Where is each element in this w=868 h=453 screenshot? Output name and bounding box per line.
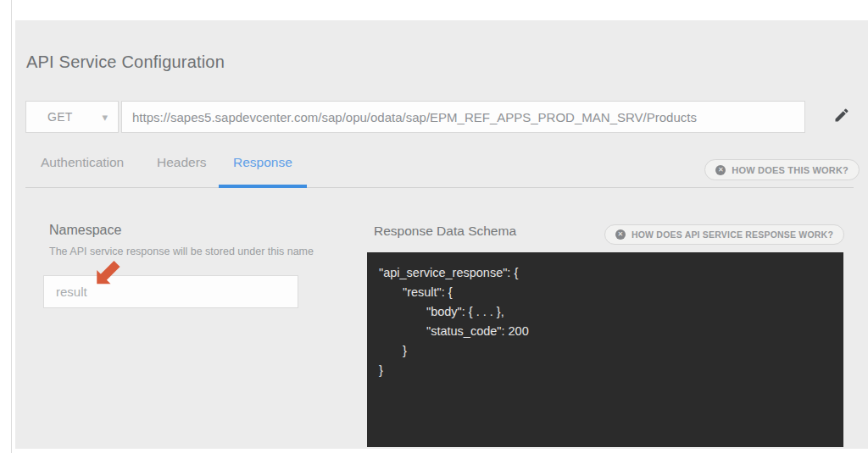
code-line: "body": { . . . }, bbox=[426, 302, 832, 322]
tab-headers[interactable]: Headers bbox=[157, 155, 207, 170]
tab-bar-divider bbox=[25, 187, 854, 188]
namespace-title: Namespace bbox=[49, 223, 121, 238]
circle-x-icon: ✕ bbox=[715, 165, 726, 175]
how-does-this-work-button[interactable]: ✕ HOW DOES THIS WORK? bbox=[704, 159, 860, 180]
circle-x-icon: ✕ bbox=[615, 229, 626, 240]
how-does-api-response-work-button[interactable]: ✕ HOW DOES API SERVICE RESPONSE WORK? bbox=[604, 224, 844, 245]
code-line: } bbox=[379, 361, 832, 380]
code-line: "result": { bbox=[403, 283, 832, 302]
api-config-panel: API Service Configuration GET ▾ Authenti… bbox=[15, 20, 868, 449]
page-title: API Service Configuration bbox=[26, 52, 225, 72]
http-method-select[interactable]: GET ▾ bbox=[25, 101, 119, 133]
chevron-down-icon: ▾ bbox=[102, 112, 108, 123]
active-tab-indicator bbox=[219, 185, 307, 188]
code-line: "api_service_response": { bbox=[379, 263, 832, 283]
code-line: } bbox=[403, 341, 832, 361]
code-line: "status_code": 200 bbox=[426, 322, 832, 341]
http-method-value: GET bbox=[47, 110, 73, 124]
tab-response[interactable]: Response bbox=[233, 155, 292, 170]
left-edge-divider bbox=[11, 0, 12, 453]
namespace-description: The API service response will be stored … bbox=[49, 246, 314, 257]
schema-code-block: "api_service_response": { "result": { "b… bbox=[367, 252, 843, 447]
help-button-label: HOW DOES API SERVICE RESPONSE WORK? bbox=[632, 229, 833, 240]
namespace-input[interactable] bbox=[43, 275, 298, 308]
url-input[interactable] bbox=[121, 101, 805, 133]
pencil-icon bbox=[833, 113, 850, 126]
help-button-label: HOW DOES THIS WORK? bbox=[732, 165, 849, 175]
edit-url-button[interactable] bbox=[832, 106, 852, 126]
response-schema-title: Response Data Schema bbox=[374, 224, 516, 239]
tab-authentication[interactable]: Authentication bbox=[41, 155, 124, 170]
